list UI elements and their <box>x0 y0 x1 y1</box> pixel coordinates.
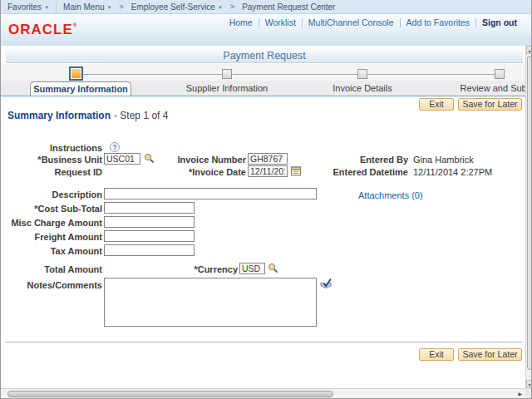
divider <box>56 2 57 12</box>
cost-subtotal-label: *Cost Sub-Total <box>1 204 102 214</box>
total-amount-label: Total Amount <box>1 264 102 274</box>
currency-input[interactable] <box>239 263 265 274</box>
scroll-up-icon[interactable]: ▲ <box>526 46 532 54</box>
exit-button[interactable]: Exit <box>419 98 454 111</box>
freight-amount-input[interactable] <box>104 230 195 242</box>
request-id-label: Request ID <box>1 167 102 177</box>
step-marker-fill <box>71 69 81 78</box>
tab-supplier-information[interactable]: Supplier Information <box>186 83 268 93</box>
currency-label: *Currency <box>150 264 238 274</box>
notes-comments-label: Notes/Comments <box>1 280 102 290</box>
invoice-number-label: Invoice Number <box>150 155 246 165</box>
step-4-marker <box>495 69 505 79</box>
misc-charge-label: Misc Charge Amount <box>1 218 102 228</box>
tax-amount-label: Tax Amount <box>1 246 102 256</box>
horizontal-scrollbar-thumb[interactable] <box>7 391 333 397</box>
sign-out-link[interactable]: Sign out <box>476 17 523 27</box>
instructions-label: Instructions <box>1 143 102 153</box>
exit-button-bottom[interactable]: Exit <box>419 348 454 361</box>
spell-check-icon[interactable] <box>320 278 332 289</box>
notes-comments-textarea[interactable] <box>104 278 317 327</box>
multichannel-console-link[interactable]: MultiChannel Console <box>303 17 400 27</box>
cost-subtotal-input[interactable] <box>104 202 195 214</box>
oracle-logo: ORACLE® <box>8 22 76 38</box>
step-connector-line <box>76 74 500 75</box>
freight-amount-label: Freight Amount <box>1 232 102 242</box>
payment-request-screen: Favorites▼ Main Menu▼ > Employee Self-Se… <box>0 0 532 399</box>
section-heading: Summary Information- Step 1 of 4 <box>7 110 168 121</box>
chevron-down-icon: ▼ <box>218 5 223 10</box>
divider <box>5 342 523 342</box>
entered-datetime-label: Entered Datetime <box>317 167 408 177</box>
invoice-date-label: *Invoice Date <box>150 167 246 177</box>
currency-lookup-icon[interactable] <box>268 263 278 273</box>
scrollbar-corner <box>525 388 532 399</box>
tab-review-and-submit[interactable]: Review and Submit <box>461 83 532 93</box>
step-1-marker-active <box>69 66 83 81</box>
scroll-down-icon[interactable]: ▼ <box>526 380 532 388</box>
business-unit-label: *Business Unit <box>1 155 102 165</box>
description-label: Description <box>1 190 102 200</box>
save-for-later-button[interactable]: Save for Later <box>458 98 522 111</box>
tab-invoice-details[interactable]: Invoice Details <box>332 83 392 93</box>
tax-amount-input[interactable] <box>104 244 195 256</box>
calendar-icon[interactable] <box>291 165 301 176</box>
vertical-scrollbar-thumb[interactable] <box>527 56 532 370</box>
chevron-down-icon: ▼ <box>107 5 112 10</box>
invoice-number-input[interactable] <box>248 153 288 165</box>
add-to-favorites-link[interactable]: Add to Favorites <box>401 17 475 27</box>
step-2-marker <box>222 69 232 79</box>
header-links: Home Worklist MultiChannel Console Add t… <box>224 17 523 27</box>
breadcrumb-arrow-icon: > <box>228 2 237 11</box>
attachments-link[interactable]: Attachments (0) <box>358 190 423 200</box>
save-for-later-button-bottom[interactable]: Save for Later <box>458 348 522 361</box>
chevron-down-icon: ▼ <box>44 5 49 10</box>
home-link[interactable]: Home <box>224 17 259 27</box>
breadcrumb-arrow-icon: > <box>117 2 126 11</box>
favorites-menu[interactable]: Favorites▼ <box>1 2 54 12</box>
description-input[interactable] <box>104 188 317 200</box>
page-title: Payment Request <box>6 48 523 63</box>
entered-datetime-value: 12/11/2014 2:27PM <box>413 167 492 177</box>
breadcrumb-payment-request-center[interactable]: Payment Request Center <box>237 2 340 12</box>
tab-summary-information[interactable]: Summary Information <box>30 81 131 96</box>
section-title: Summary Information <box>7 110 111 121</box>
section-step: - Step 1 of 4 <box>114 110 168 121</box>
business-unit-input[interactable] <box>104 153 140 165</box>
invoice-date-input[interactable] <box>248 165 288 177</box>
step-3-marker <box>357 69 367 79</box>
help-icon[interactable]: ? <box>110 142 120 152</box>
entered-by-value: Gina Hambrick <box>413 155 474 165</box>
main-menu[interactable]: Main Menu▼ <box>58 2 116 12</box>
entered-by-label: Entered By <box>317 155 408 165</box>
worklist-link[interactable]: Worklist <box>259 17 302 27</box>
breadcrumb: Favorites▼ Main Menu▼ > Employee Self-Se… <box>1 0 532 14</box>
breadcrumb-employee-self-service[interactable]: Employee Self-Service▼ <box>126 2 228 12</box>
registered-mark: ® <box>73 22 76 27</box>
vertical-scrollbar[interactable]: ▲ ▼ <box>525 46 532 388</box>
horizontal-scrollbar[interactable]: ▶ <box>1 388 525 399</box>
scroll-right-icon[interactable]: ▶ <box>518 391 522 398</box>
header: Home Worklist MultiChannel Console Add t… <box>1 14 532 46</box>
misc-charge-input[interactable] <box>104 216 195 228</box>
